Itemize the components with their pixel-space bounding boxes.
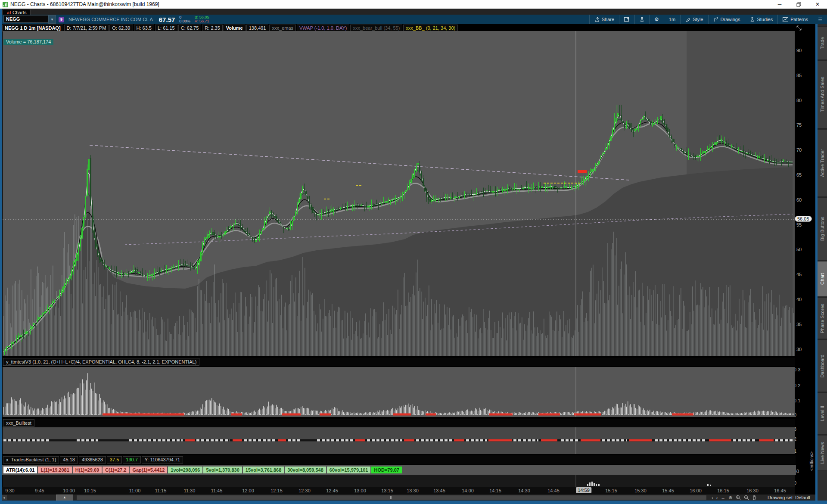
stat-box-9: 60vol=15,979,101 (327, 467, 371, 473)
symbol-link-icon[interactable]: 9 (59, 17, 64, 22)
chart-header-item-7: Volume (224, 25, 246, 31)
time-tick-9:30: 9:30 (5, 488, 14, 493)
time-tick-10:00: 10:00 (63, 488, 75, 493)
chart-header-item-6: R: 2.35 (202, 25, 222, 31)
close-button[interactable]: ✕ (808, 0, 827, 9)
lower-study-2-labelbar: xxx_Bulltest (2, 419, 795, 427)
chart-header-item-10[interactable]: VWAP (-1.0, 1.0, DAY) (297, 25, 349, 31)
sidebar-tab-big-buttons[interactable]: Big Buttons (818, 197, 827, 261)
sidebar-tab-live-news[interactable]: Live News (818, 435, 827, 471)
stat-box-10: HOD=79.07 (371, 467, 401, 473)
sidebar-tab-label: Times And Sales (820, 77, 825, 112)
style-button[interactable]: Style (680, 15, 708, 24)
scrollbar-marker (390, 496, 392, 499)
chart-header-item-9[interactable]: xxx_emas (269, 25, 296, 31)
share-button[interactable]: Share (589, 15, 619, 24)
sidebar-tab-active-trader[interactable]: Active Trader (818, 129, 827, 197)
backtest-item-4: 130.7 (123, 456, 141, 464)
chart-header: NEGG 1 D 1m [NASDAQ]D: 7/7/21, 2:59 PMO:… (2, 25, 458, 31)
chart-header-item-1: D: 7/7/21, 2:59 PM (64, 25, 109, 31)
charts-tab-icon (7, 10, 11, 14)
fit-width-icon[interactable]: ↔ (721, 495, 725, 500)
window-title: NEGG - Charts - 686109427TDA Main@thinko… (10, 1, 159, 7)
timeframe-button[interactable]: 1m (664, 15, 680, 24)
drawings-button[interactable]: Drawings (708, 15, 745, 24)
sidebar-tab-chart[interactable]: Chart (818, 261, 827, 297)
time-tick-16:45: 16:45 (774, 488, 786, 493)
price-tick-75: 75 (796, 122, 802, 128)
sidebar-tab-label: Trade (820, 37, 825, 49)
auto-scale-icon[interactable]: ⊕ (728, 495, 732, 501)
stat-box-3: C(1)=27.2 (103, 467, 129, 473)
bulltest-study-panel[interactable] (0, 427, 795, 454)
backtest-item-0[interactable]: x_TradesBacktest (1, 1) (3, 456, 59, 464)
stats-row: ATR(14):6.01L(1)=19.2081H(1)=29.69C(1)=2… (2, 465, 796, 475)
volume-millions-panel (0, 475, 795, 487)
lower-study-1-label[interactable]: y_ttmtestV3 (1.0, 21, (O+H+L+C)/4, EXPON… (3, 358, 199, 366)
tab-strip: Charts (0, 9, 827, 15)
restore-button[interactable] (789, 0, 808, 9)
time-tick-13:00: 13:00 (354, 488, 366, 493)
chart-maximize-icon[interactable] (796, 25, 802, 31)
app-logo-icon (3, 2, 8, 7)
tab-charts[interactable]: Charts (3, 9, 31, 15)
backtest-item-5: Y: 110643794.71 (142, 456, 183, 464)
symbol-dropdown-button[interactable]: ▼ (48, 15, 56, 24)
sidebar-tab-label: Active Trader (820, 149, 825, 177)
price-tick-60: 60 (796, 197, 802, 202)
quick-study-button[interactable] (634, 15, 649, 24)
bid-price-marker: 56.05 (795, 216, 812, 222)
minimize-button[interactable]: ─ (770, 0, 789, 9)
backtest-item-2: 49365628 (79, 456, 106, 464)
settings-button[interactable]: ⚙ (649, 15, 664, 24)
chart-header-item-11[interactable]: xxx_bear_bull (34, 55) (350, 25, 402, 31)
restore-icon (796, 2, 801, 7)
sidebar-tab-level-ii[interactable]: Level II (818, 392, 827, 435)
zoom-in-icon[interactable] (736, 495, 741, 500)
time-tick-15:30: 15:30 (634, 488, 647, 493)
company-name: NEWEGG COMMERCE INC COM CL A (68, 17, 153, 22)
time-tick-16:00: 16:00 (690, 488, 702, 493)
drawing-set-status[interactable]: Drawing set: Default (768, 495, 810, 500)
zoom-out-icon[interactable] (744, 495, 749, 500)
style-brush-icon (685, 17, 690, 22)
sidebar-tab-trade[interactable]: Trade (818, 26, 827, 60)
lower-study-2-label[interactable]: xxx_Bulltest (3, 419, 34, 427)
time-tick-11:30: 11:30 (184, 488, 196, 493)
sidebar-tab-dashboard[interactable]: Dashboard (818, 339, 827, 392)
time-tick-14:00: 14:00 (462, 488, 474, 493)
chart-header-item-12[interactable]: xxx_BB_ (0, 21, 34, 30) (403, 25, 458, 31)
time-cursor-label: 14:59 (576, 487, 591, 493)
patterns-button[interactable]: Patterns (777, 15, 813, 24)
pan-right-icon[interactable]: › (716, 495, 718, 500)
pan-hand-icon[interactable] (752, 495, 757, 500)
sidebar-tab-phase-scores[interactable]: Phase Scores (818, 297, 827, 339)
time-tick-12:45: 12:45 (326, 488, 338, 493)
symbol-input[interactable]: NEGG (3, 15, 48, 23)
sidebar-tab-label: Dashboard (820, 355, 825, 378)
reports-button[interactable] (619, 15, 634, 24)
time-tick-10:15: 10:15 (84, 488, 96, 493)
chart-header-item-0: NEGG 1 D 1m [NASDAQ] (2, 25, 63, 31)
time-axis[interactable]: 9:309:4510:0010:1511:0011:1511:3011:4512… (0, 487, 795, 495)
stat-box-4: Gap(1)=5.4412 (130, 467, 167, 473)
sidebar-tab-times-and-sales[interactable]: Times And Sales (818, 60, 827, 129)
window-titlebar: NEGG - Charts - 686109427TDA Main@thinko… (0, 0, 827, 9)
stat-box-2: H(1)=29.69 (73, 467, 102, 473)
chart-header-item-2: O: 62.39 (109, 25, 133, 31)
toolbar-menu-button[interactable]: ☰ (813, 15, 827, 24)
pan-left-icon[interactable]: ‹ (712, 495, 713, 500)
scrollbar-track[interactable] (77, 495, 706, 500)
lower-study-1-labelbar: y_ttmtestV3 (1.0, 21, (O+H+L+C)/4, EXPON… (2, 358, 795, 366)
chart-header-item-3: H: 63.5 (134, 25, 154, 31)
main-price-chart[interactable] (0, 31, 795, 356)
main-toolbar: NEGG ▼ 9 NEWEGG COMMERCE INC COM CL A 67… (0, 15, 827, 24)
studies-button[interactable]: Studies (745, 15, 777, 24)
sidebar-divider[interactable] (815, 24, 818, 501)
ttm-study-panel[interactable] (0, 367, 795, 417)
time-tick-13:45: 13:45 (433, 488, 445, 493)
sidebar-tab-label: Live News (820, 442, 825, 464)
time-tick-13:30: 13:30 (407, 488, 419, 493)
sidebar-tab-label: Chart (820, 273, 825, 285)
flask-icon (640, 17, 644, 22)
